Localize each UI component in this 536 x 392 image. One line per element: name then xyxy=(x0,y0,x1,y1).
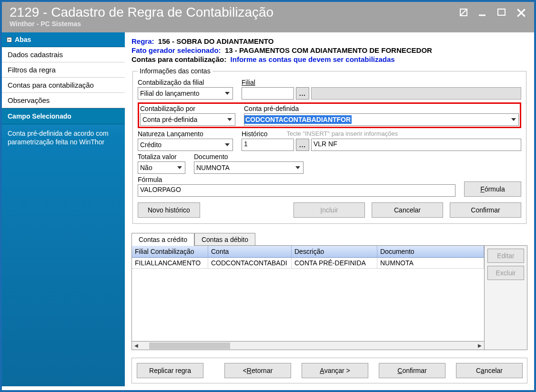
svg-rect-3 xyxy=(498,9,505,15)
table-row[interactable]: FILIALLANCAMENTO CODCONTACONTABADI CONTA… xyxy=(132,258,484,269)
retornar-button[interactable]: < Retornar xyxy=(224,363,291,378)
info-regra: Regra: 156 - SOBRA DO ADIANTAMENTO xyxy=(131,37,527,45)
regra-value: 156 - SOBRA DO ADIANTAMENTO xyxy=(158,37,274,45)
filial-desc-field xyxy=(311,87,521,100)
svg-marker-11 xyxy=(295,166,300,169)
editar-button: Editar xyxy=(487,249,524,263)
natureza-value: Crédito xyxy=(140,141,162,149)
fato-label: Fato gerador selecionado: xyxy=(131,46,221,54)
edit-icon[interactable] xyxy=(459,8,468,17)
sidebar-item-contas[interactable]: Contas para contabilização xyxy=(2,78,125,93)
replicar-button[interactable]: Replicar regra xyxy=(137,363,203,378)
formula-button[interactable]: Fórmula xyxy=(464,181,521,197)
historico-label: Histórico xyxy=(242,130,267,138)
sidebar-campo-desc: Conta pré-definida de acordo com paramet… xyxy=(2,124,125,151)
grid-side-buttons: Editar Excluir xyxy=(484,246,527,350)
fato-value: 13 - PAGAMENTOS COM ADIANTAMENTO DE FORN… xyxy=(225,46,432,54)
titlebar: 2129 - Cadastro de Regra de Contabilizaç… xyxy=(2,2,534,32)
contab-filial-value: Filial do lançamento xyxy=(140,90,200,97)
contas-label: Contas para contabilização: xyxy=(131,55,226,63)
tab-debito[interactable]: Contas a débito xyxy=(194,233,255,246)
totaliza-value: Não xyxy=(140,164,152,171)
contab-filial-label: Contabilização da filial xyxy=(138,79,233,86)
chevron-down-icon xyxy=(509,114,518,125)
scroll-right-icon[interactable]: ► xyxy=(475,342,484,350)
historico-input[interactable]: 1 xyxy=(242,139,294,151)
grid-header: Filial Contabilização Conta Descrição Do… xyxy=(132,246,484,258)
window-controls xyxy=(459,8,526,17)
totaliza-combo[interactable]: Não xyxy=(138,161,185,174)
grid: Filial Contabilização Conta Descrição Do… xyxy=(132,246,484,350)
close-icon[interactable] xyxy=(516,8,526,17)
sidebar: − Abas Dados cadastrais Filtros da regra… xyxy=(2,32,125,386)
filial-browse-button[interactable]: ... xyxy=(296,87,309,100)
sidebar-campo-header: Campo Selecionado xyxy=(2,108,125,124)
incluir-button: Incluir xyxy=(293,202,365,218)
sidebar-header[interactable]: − Abas xyxy=(2,32,125,47)
col-descricao[interactable]: Descrição xyxy=(292,246,377,257)
chevron-down-icon xyxy=(223,140,232,150)
col-conta[interactable]: Conta xyxy=(208,246,292,257)
cancelar-button[interactable]: Cancelar xyxy=(456,363,523,378)
svg-marker-10 xyxy=(177,166,182,169)
highlight-box: Contabilização por Conta pré-definida Co… xyxy=(138,102,521,128)
chevron-down-icon xyxy=(225,114,234,125)
cell-descricao: CONTA PRÉ-DEFINIDA xyxy=(292,258,377,268)
svg-marker-6 xyxy=(225,92,230,95)
tabs: Contas a crédito Contas a débito xyxy=(131,232,527,245)
natureza-combo[interactable]: Crédito xyxy=(138,139,233,151)
cell-conta: CODCONTACONTABADI xyxy=(208,258,292,268)
cell-filial: FILIALLANCAMENTO xyxy=(132,258,208,268)
chevron-down-icon xyxy=(293,162,302,173)
horizontal-scrollbar[interactable]: ◄ ► xyxy=(132,341,484,350)
window-subtitle: Winthor - PC Sistemas xyxy=(10,20,526,28)
sidebar-item-dados[interactable]: Dados cadastrais xyxy=(2,47,125,62)
totaliza-label: Totaliza valor xyxy=(138,153,185,161)
grid-wrap: Filial Contabilização Conta Descrição Do… xyxy=(131,245,527,350)
historico-desc-input[interactable]: VLR NF xyxy=(311,139,521,151)
sidebar-item-filtros[interactable]: Filtros da regra xyxy=(2,62,125,78)
avancar-button[interactable]: Avançar > xyxy=(302,363,368,378)
sidebar-header-label: Abas xyxy=(15,36,31,43)
novo-historico-button[interactable]: Novo histórico xyxy=(138,202,200,218)
scroll-left-icon[interactable]: ◄ xyxy=(132,342,141,350)
col-documento[interactable]: Documento xyxy=(377,246,484,257)
maximize-icon[interactable] xyxy=(497,8,506,17)
minimize-icon[interactable] xyxy=(478,8,487,17)
bottom-buttons: Replicar regra < Retornar Avançar > Conf… xyxy=(131,358,527,383)
svg-marker-9 xyxy=(225,143,230,146)
chevron-down-icon xyxy=(223,88,232,99)
main-panel: Regra: 156 - SOBRA DO ADIANTAMENTO Fato … xyxy=(125,32,534,386)
contab-por-label: Contabilização por xyxy=(140,105,235,112)
confirmar-button[interactable]: Confirmar xyxy=(379,363,445,378)
historico-browse-button[interactable]: ... xyxy=(296,139,309,151)
info-fato: Fato gerador selecionado: 13 - PAGAMENTO… xyxy=(131,46,527,54)
scrollbar-thumb[interactable] xyxy=(149,342,230,349)
confirmar-form-button[interactable]: Confirmar xyxy=(450,202,521,218)
conta-predef-value: CODCONTACONTABADIANTFOR xyxy=(244,115,352,124)
documento-combo[interactable]: NUMNOTA xyxy=(194,161,303,174)
formula-input[interactable]: VALORPAGO xyxy=(138,184,455,197)
sidebar-item-observacoes[interactable]: Observações xyxy=(2,93,125,108)
formula-label: Fórmula xyxy=(138,176,455,183)
regra-label: Regra: xyxy=(131,37,154,45)
contas-value: Informe as contas que devem ser contabil… xyxy=(231,55,395,63)
svg-marker-7 xyxy=(227,118,232,121)
conta-predef-combo[interactable]: CODCONTACONTABADIANTFOR xyxy=(244,113,519,126)
contab-por-combo[interactable]: Conta pré-definida xyxy=(140,113,235,126)
info-contas: Contas para contabilização: Informe as c… xyxy=(131,55,527,63)
contab-filial-combo[interactable]: Filial do lançamento xyxy=(138,87,233,100)
group-informacoes: Informações das contas Contabilização da… xyxy=(132,67,526,224)
col-filial[interactable]: Filial Contabilização xyxy=(132,246,208,257)
documento-label: Documento xyxy=(194,153,303,161)
body: − Abas Dados cadastrais Filtros da regra… xyxy=(2,32,534,386)
tab-credito[interactable]: Contas a crédito xyxy=(131,233,194,246)
natureza-label: Natureza Lançamento xyxy=(138,130,233,138)
cell-documento: NUMNOTA xyxy=(377,258,484,268)
filial-input[interactable] xyxy=(242,87,294,100)
cancelar-form-button[interactable]: Cancelar xyxy=(372,202,443,218)
conta-predef-label: Conta pré-definida xyxy=(244,105,519,112)
collapse-icon[interactable]: − xyxy=(7,37,12,42)
window-title: 2129 - Cadastro de Regra de Contabilizaç… xyxy=(10,5,526,20)
group-legend: Informações das contas xyxy=(138,67,212,75)
